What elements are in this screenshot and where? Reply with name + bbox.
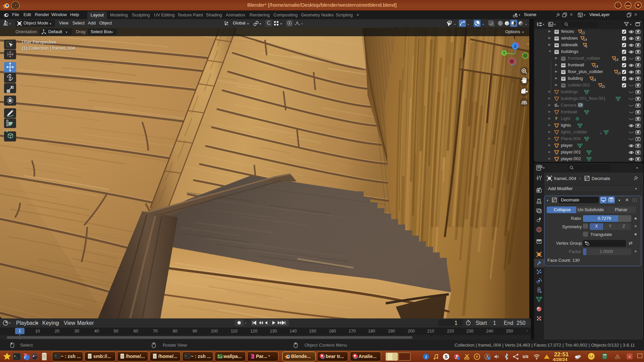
- svg-text:i: i: [425, 354, 427, 359]
- svg-text:S: S: [444, 354, 447, 359]
- svg-text:a: a: [629, 354, 631, 359]
- svg-text:Y: Y: [503, 51, 505, 55]
- svg-text:Z: Z: [514, 44, 517, 48]
